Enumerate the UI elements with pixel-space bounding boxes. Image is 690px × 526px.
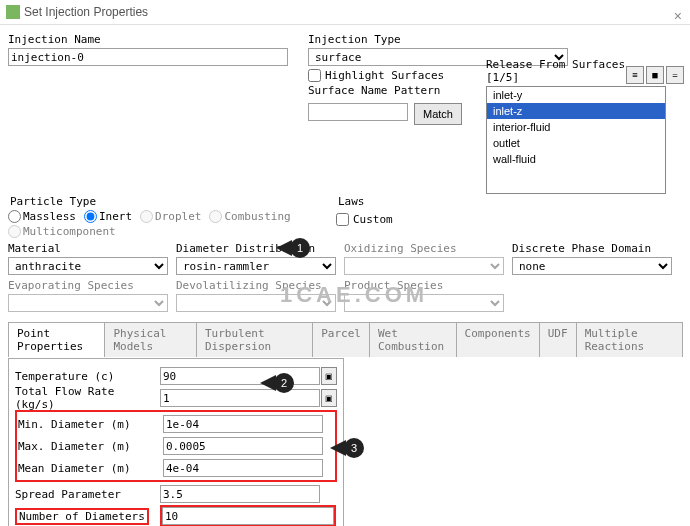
custom-laws-checkbox[interactable] [336, 213, 349, 226]
num-dia-label: Number of Diameters [15, 508, 149, 525]
diameter-dist-select[interactable]: rosin-rammler [176, 257, 336, 275]
tab-udf[interactable]: UDF [539, 322, 577, 357]
product-label: Product Species [344, 279, 504, 292]
tab-physical-models[interactable]: Physical Models [104, 322, 196, 357]
laws-legend: Laws [336, 195, 367, 208]
evap-label: Evaporating Species [8, 279, 168, 292]
mean-dia-input[interactable] [163, 459, 323, 477]
total-flow-input[interactable] [160, 389, 320, 407]
spread-input[interactable] [160, 485, 320, 503]
oxidizing-select [344, 257, 504, 275]
total-flow-label: Total Flow Rate (kg/s) [15, 385, 160, 411]
product-select [344, 294, 504, 312]
list-item[interactable]: outlet [487, 135, 665, 151]
list-item[interactable]: inlet-y [487, 87, 665, 103]
spin-icon[interactable]: ▣ [321, 389, 337, 407]
max-dia-input[interactable] [163, 437, 323, 455]
spin-icon[interactable]: ▣ [321, 367, 337, 385]
num-dia-input[interactable] [162, 507, 334, 525]
title-bar: Set Injection Properties × [0, 0, 690, 25]
list-item[interactable]: inlet-z [487, 103, 665, 119]
injection-name-input[interactable] [8, 48, 288, 66]
release-surfaces-list[interactable]: inlet-y inlet-z interior-fluid outlet wa… [486, 86, 666, 194]
devol-label: Devolatilizing Species [176, 279, 336, 292]
discrete-label: Discrete Phase Domain [512, 242, 672, 255]
evap-select [8, 294, 168, 312]
temperature-label: Temperature (c) [15, 370, 160, 383]
release-select-all-icon[interactable]: ■ [646, 66, 664, 84]
callout-3: 3 [344, 438, 364, 458]
max-dia-label: Max. Diameter (m) [18, 440, 163, 453]
radio-massless[interactable] [8, 210, 21, 223]
injection-type-label: Injection Type [308, 33, 588, 46]
particle-type-legend: Particle Type [8, 195, 98, 208]
oxidizing-label: Oxidizing Species [344, 242, 504, 255]
highlight-surfaces-label: Highlight Surfaces [325, 69, 444, 82]
release-deselect-icon[interactable]: = [666, 66, 684, 84]
min-dia-label: Min. Diameter (m) [18, 418, 163, 431]
tab-multiple-reactions[interactable]: Multiple Reactions [576, 322, 683, 357]
diameter-dist-label: Diameter Distribution [176, 242, 336, 255]
tab-point-properties[interactable]: Point Properties [8, 322, 105, 357]
close-icon[interactable]: × [674, 4, 682, 29]
callout-2: 2 [274, 373, 294, 393]
tab-parcel[interactable]: Parcel [312, 322, 370, 357]
radio-droplet [140, 210, 153, 223]
pattern-input[interactable] [308, 103, 408, 121]
material-select[interactable]: anthracite [8, 257, 168, 275]
release-toggle-icon[interactable]: ≡ [626, 66, 644, 84]
mean-dia-label: Mean Diameter (m) [18, 462, 163, 475]
material-label: Material [8, 242, 168, 255]
match-button[interactable]: Match [414, 103, 462, 125]
window-title: Set Injection Properties [24, 0, 148, 25]
discrete-select[interactable]: none [512, 257, 672, 275]
spread-label: Spread Parameter [15, 488, 160, 501]
list-item[interactable]: wall-fluid [487, 151, 665, 167]
release-title: Release From Surfaces [1/5] [486, 58, 626, 84]
tab-turbulent-dispersion[interactable]: Turbulent Dispersion [196, 322, 313, 357]
highlight-surfaces-checkbox[interactable] [308, 69, 321, 82]
custom-laws-label: Custom [353, 213, 393, 226]
radio-combusting [209, 210, 222, 223]
injection-name-label: Injection Name [8, 33, 298, 46]
callout-1: 1 [290, 238, 310, 258]
tab-components[interactable]: Components [456, 322, 540, 357]
min-dia-input[interactable] [163, 415, 323, 433]
tabbar: Point Properties Physical Models Turbule… [8, 322, 682, 358]
temperature-input[interactable] [160, 367, 320, 385]
radio-multicomponent [8, 225, 21, 238]
list-item[interactable]: interior-fluid [487, 119, 665, 135]
radio-inert[interactable] [84, 210, 97, 223]
app-icon [6, 5, 20, 19]
tab-wet-combustion[interactable]: Wet Combustion [369, 322, 457, 357]
devol-select [176, 294, 336, 312]
